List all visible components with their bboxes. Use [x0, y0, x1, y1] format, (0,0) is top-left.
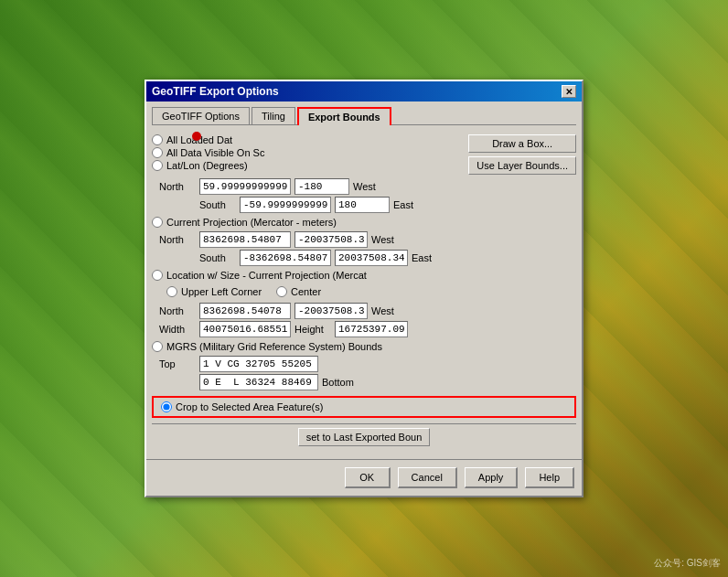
location-size-coords: North West Width Height: [152, 303, 576, 337]
help-button[interactable]: Help: [525, 467, 574, 488]
use-layer-bounds-button[interactable]: Use Layer Bounds...: [468, 156, 576, 175]
ls-west-label: West: [371, 305, 394, 316]
watermark: 公众号: GIS剑客: [654, 557, 721, 570]
north-row: North West: [159, 178, 576, 195]
top-radio-group: All Loaded Dat All Data Visible On Sc La…: [152, 133, 264, 173]
ls-north-label: North: [159, 305, 196, 316]
draw-box-button[interactable]: Draw a Box...: [468, 134, 576, 153]
ls-width-value[interactable]: [199, 321, 291, 337]
latlon-radio-row: Lat/Lon (Degrees): [152, 160, 264, 171]
center-label: Center: [291, 286, 321, 297]
mercator-north-row: North West: [159, 231, 576, 248]
north-coord-input[interactable]: [294, 178, 349, 195]
tab-bar: GeoTIFF Options Tiling Export Bounds: [152, 107, 576, 125]
mgrs-radio[interactable]: [152, 341, 163, 352]
merc-north-label: North: [159, 234, 196, 245]
ls-width-label: Width: [159, 324, 196, 335]
center-radio-row: Center: [276, 286, 321, 297]
cancel-button[interactable]: Cancel: [398, 467, 457, 488]
merc-south-value[interactable]: [240, 250, 331, 266]
mercator-label: Current Projection (Mercator - meters): [166, 217, 337, 228]
latlon-coords: North West South East: [152, 178, 576, 213]
south-row: South East: [159, 197, 576, 213]
upper-left-radio[interactable]: [166, 286, 177, 297]
center-radio[interactable]: [276, 286, 287, 297]
top-buttons: Draw a Box... Use Layer Bounds...: [468, 134, 576, 175]
dialog-content: GeoTIFF Options Tiling Export Bounds All…: [146, 102, 582, 455]
tab-geotiff-options[interactable]: GeoTIFF Options: [152, 107, 250, 124]
crop-label: Crop to Selected Area Feature(s): [176, 401, 323, 412]
title-bar: GeoTIFF Export Options ✕: [146, 81, 582, 102]
ls-width-row: Width Height: [159, 321, 576, 337]
divider: [152, 423, 576, 424]
merc-north-coord[interactable]: [294, 231, 368, 248]
mgrs-bottom-value[interactable]: [199, 374, 318, 390]
ls-north-value[interactable]: [199, 303, 291, 319]
dialog-title: GeoTIFF Export Options: [152, 85, 279, 98]
all-data-visible-radio-row: All Data Visible On Sc: [152, 147, 264, 158]
ls-height-label: Height: [294, 324, 331, 335]
crop-section: Crop to Selected Area Feature(s): [152, 396, 576, 418]
last-exported-section: set to Last Exported Boun: [152, 428, 576, 446]
location-size-radio-row: Location w/ Size - Current Projection (M…: [152, 270, 576, 281]
merc-north-value[interactable]: [199, 231, 291, 248]
south-value-input[interactable]: [240, 197, 331, 213]
mgrs-top-label: Top: [159, 358, 196, 369]
upper-center-radio-row: Upper Left Corner Center: [152, 284, 576, 299]
geotiff-export-dialog: GeoTIFF Export Options ✕ GeoTIFF Options…: [145, 80, 583, 497]
location-size-radio[interactable]: [152, 270, 163, 281]
merc-south-label: South: [199, 252, 236, 263]
apply-button[interactable]: Apply: [465, 467, 519, 488]
latlon-radio[interactable]: [152, 160, 163, 171]
mgrs-bottom-row: Bottom: [159, 374, 576, 390]
ls-north-coord[interactable]: [294, 303, 368, 319]
west-label: West: [353, 181, 376, 192]
tab-tiling[interactable]: Tiling: [252, 107, 295, 124]
all-visible-radio[interactable]: [152, 147, 163, 158]
mgrs-top-value[interactable]: [199, 356, 318, 372]
all-loaded-radio-row: All Loaded Dat: [152, 134, 264, 145]
location-size-label: Location w/ Size - Current Projection (M…: [166, 270, 367, 281]
last-exported-button[interactable]: set to Last Exported Boun: [298, 428, 431, 446]
mercator-radio-row: Current Projection (Mercator - meters): [152, 217, 576, 228]
ok-button[interactable]: OK: [345, 467, 391, 488]
mgrs-coords: Top Bottom: [152, 356, 576, 390]
north-value-input[interactable]: [199, 178, 291, 195]
all-visible-label: All Data Visible On Sc: [166, 147, 264, 158]
mgrs-top-row: Top: [159, 356, 576, 372]
all-loaded-radio[interactable]: [152, 134, 163, 145]
mercator-south-row: South East: [159, 250, 576, 266]
merc-west-label: West: [371, 234, 394, 245]
south-label: South: [199, 199, 236, 210]
merc-south-coord[interactable]: [335, 250, 408, 266]
mgrs-label: MGRS (Military Grid Reference System) Bo…: [166, 341, 382, 352]
mgrs-bottom-label: Bottom: [322, 377, 359, 388]
merc-east-label: East: [412, 252, 432, 263]
north-label: North: [159, 181, 196, 192]
tab-export-bounds[interactable]: Export Bounds: [297, 107, 391, 125]
east-label: East: [393, 199, 413, 210]
ls-north-row: North West: [159, 303, 576, 319]
bottom-button-bar: OK Cancel Apply Help: [146, 459, 582, 496]
mercator-radio[interactable]: [152, 217, 163, 228]
mgrs-radio-row: MGRS (Military Grid Reference System) Bo…: [152, 341, 576, 352]
crop-radio[interactable]: [161, 401, 172, 412]
latlon-label: Lat/Lon (Degrees): [166, 160, 248, 171]
upper-left-radio-row: Upper Left Corner: [166, 286, 262, 297]
upper-left-label: Upper Left Corner: [181, 286, 262, 297]
mercator-coords: North West South East: [152, 231, 576, 266]
south-coord-input[interactable]: [335, 197, 390, 213]
close-button[interactable]: ✕: [562, 85, 576, 98]
ls-height-value[interactable]: [335, 321, 408, 337]
